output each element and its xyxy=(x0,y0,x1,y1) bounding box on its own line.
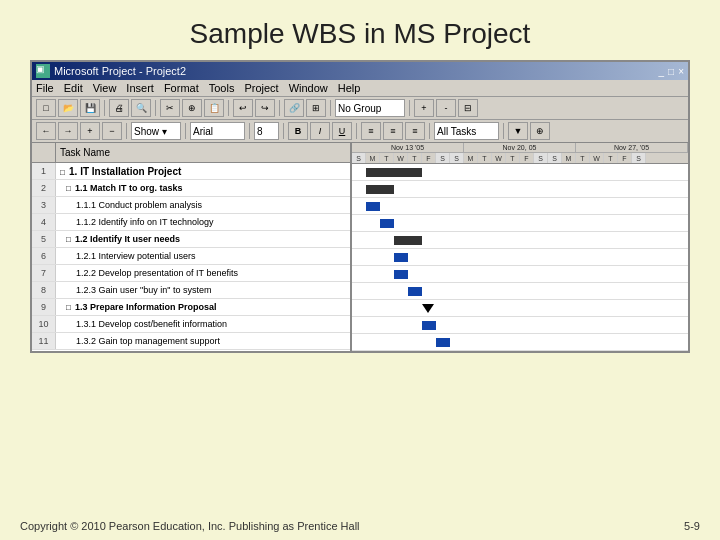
menu-file[interactable]: File xyxy=(36,82,54,94)
outdent-button[interactable]: → xyxy=(58,122,78,140)
menu-window[interactable]: Window xyxy=(289,82,328,94)
delete-task-button[interactable]: − xyxy=(102,122,122,140)
day-cell: F xyxy=(618,153,632,163)
gantt-bar[interactable] xyxy=(366,185,394,194)
task-name-cell: 1.2.1 Interview potential users xyxy=(56,251,350,261)
table-row[interactable]: 31.1.1 Conduct problem analysis xyxy=(32,197,350,214)
day-cell: W xyxy=(492,153,506,163)
gantt-bar[interactable] xyxy=(422,321,436,330)
table-row[interactable]: 101.3.1 Develop cost/benefit information xyxy=(32,316,350,333)
expand-icon[interactable]: □ xyxy=(66,235,73,244)
day-cell: F xyxy=(422,153,436,163)
expand-icon[interactable]: □ xyxy=(66,303,73,312)
table-row[interactable]: 5□ 1.2 Identify It user needs xyxy=(32,231,350,248)
undo-button[interactable]: ↩ xyxy=(233,99,253,117)
link-button[interactable]: 🔗 xyxy=(284,99,304,117)
task-name-cell: 1.2.3 Gain user "buy in" to system xyxy=(56,285,350,295)
open-button[interactable]: 📂 xyxy=(58,99,78,117)
gantt-bar-row xyxy=(352,283,688,300)
font-dropdown[interactable]: Arial xyxy=(190,122,245,140)
indent-button[interactable]: ← xyxy=(36,122,56,140)
print-button[interactable]: 🖨 xyxy=(109,99,129,117)
ms-project-window: ▣ Microsoft Project - Project2 _ □ × Fil… xyxy=(30,60,690,353)
bold-button[interactable]: B xyxy=(288,122,308,140)
day-cell: M xyxy=(464,153,478,163)
align-left-button[interactable]: ≡ xyxy=(361,122,381,140)
gantt-bar[interactable] xyxy=(394,270,408,279)
toolbar-separator-5 xyxy=(330,100,331,116)
day-cell: W xyxy=(394,153,408,163)
day-cell: T xyxy=(576,153,590,163)
task-id-cell: 4 xyxy=(32,214,56,230)
group-dropdown[interactable]: No Group xyxy=(335,99,405,117)
gantt-bar-row xyxy=(352,249,688,266)
italic-button[interactable]: I xyxy=(310,122,330,140)
zoom-fit-button[interactable]: ⊟ xyxy=(458,99,478,117)
expand-icon[interactable]: □ xyxy=(66,184,73,193)
gantt-bar[interactable] xyxy=(394,236,422,245)
gantt-bar[interactable] xyxy=(436,338,450,347)
size-dropdown[interactable]: 8 xyxy=(254,122,279,140)
tasks-dropdown[interactable]: All Tasks xyxy=(434,122,499,140)
table-row[interactable]: 111.3.2 Gain top management support xyxy=(32,333,350,350)
underline-button[interactable]: U xyxy=(332,122,352,140)
redo-button[interactable]: ↪ xyxy=(255,99,275,117)
menu-format[interactable]: Format xyxy=(164,82,199,94)
task-name-cell: □ 1.1 Match IT to org. tasks xyxy=(56,183,350,193)
menu-tools[interactable]: Tools xyxy=(209,82,235,94)
toolbar-separator-2 xyxy=(155,100,156,116)
align-center-button[interactable]: ≡ xyxy=(383,122,403,140)
add-task-button[interactable]: + xyxy=(80,122,100,140)
menu-edit[interactable]: Edit xyxy=(64,82,83,94)
week-label-1: Nov 13 '05 xyxy=(352,143,464,152)
maximize-button[interactable]: □ xyxy=(668,66,674,77)
table-row[interactable]: 71.2.2 Develop presentation of IT benefi… xyxy=(32,265,350,282)
week-label-2: Nov 20, 05 xyxy=(464,143,576,152)
menu-help[interactable]: Help xyxy=(338,82,361,94)
toolbar-separator-4 xyxy=(279,100,280,116)
task-name-cell: □ 1.2 Identify It user needs xyxy=(56,234,350,244)
task-id-cell: 3 xyxy=(32,197,56,213)
zoom-out-button[interactable]: - xyxy=(436,99,456,117)
menu-insert[interactable]: Insert xyxy=(126,82,154,94)
gantt-weeks-row: Nov 13 '05 Nov 20, 05 Nov 27, '05 xyxy=(352,143,688,153)
filter-button[interactable]: ▼ xyxy=(508,122,528,140)
cut-button[interactable]: ✂ xyxy=(160,99,180,117)
preview-button[interactable]: 🔍 xyxy=(131,99,151,117)
task-id-cell: 5 xyxy=(32,231,56,247)
paste-button[interactable]: 📋 xyxy=(204,99,224,117)
main-area: Task Name 1□ 1. IT Installation Project2… xyxy=(32,143,688,351)
table-row[interactable]: 61.2.1 Interview potential users xyxy=(32,248,350,265)
copy-button[interactable]: ⊕ xyxy=(182,99,202,117)
day-cell: T xyxy=(380,153,394,163)
gantt-bar[interactable] xyxy=(394,253,408,262)
table-row[interactable]: 41.1.2 Identify info on IT technology xyxy=(32,214,350,231)
save-button[interactable]: 💾 xyxy=(80,99,100,117)
gantt-bar[interactable] xyxy=(366,202,380,211)
table-row[interactable]: 1□ 1. IT Installation Project xyxy=(32,163,350,180)
gantt-bar[interactable] xyxy=(408,287,422,296)
align-right-button[interactable]: ≡ xyxy=(405,122,425,140)
new-button[interactable]: □ xyxy=(36,99,56,117)
toolbar-separator-3 xyxy=(228,100,229,116)
table-row[interactable]: 9□ 1.3 Prepare Information Proposal xyxy=(32,299,350,316)
format-bar: ← → + − Show ▾ Arial 8 B I U ≡ ≡ ≡ All T… xyxy=(32,120,688,143)
table-row[interactable]: 81.2.3 Gain user "buy in" to system xyxy=(32,282,350,299)
more-button[interactable]: ⊕ xyxy=(530,122,550,140)
unlink-button[interactable]: ⊞ xyxy=(306,99,326,117)
zoom-in-button[interactable]: + xyxy=(414,99,434,117)
show-dropdown[interactable]: Show ▾ xyxy=(131,122,181,140)
gantt-bar[interactable] xyxy=(380,219,394,228)
expand-icon[interactable]: □ xyxy=(60,168,67,177)
menu-project[interactable]: Project xyxy=(244,82,278,94)
table-row[interactable]: 2□ 1.1 Match IT to org. tasks xyxy=(32,180,350,197)
task-name-cell: 1.1.1 Conduct problem analysis xyxy=(56,200,350,210)
menu-view[interactable]: View xyxy=(93,82,117,94)
gantt-chart-header: Nov 13 '05 Nov 20, 05 Nov 27, '05 SMTWTF… xyxy=(352,143,688,164)
minimize-button[interactable]: _ xyxy=(659,66,665,77)
gantt-bar[interactable] xyxy=(422,304,434,313)
gantt-bar-row xyxy=(352,300,688,317)
gantt-bar[interactable] xyxy=(366,168,422,177)
close-button[interactable]: × xyxy=(678,66,684,77)
gantt-table-header: Task Name xyxy=(32,143,350,163)
